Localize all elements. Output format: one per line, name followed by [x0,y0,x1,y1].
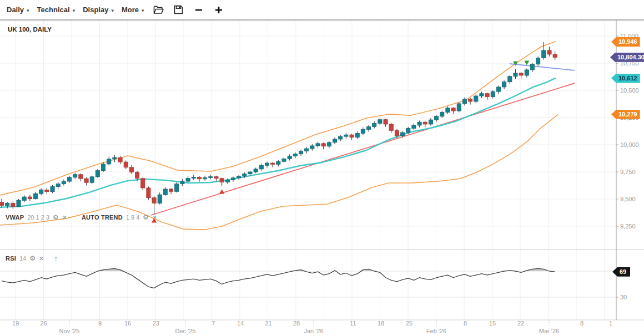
menu-daily-label: Daily [7,6,24,14]
candle-bullish [542,50,546,58]
rsi-overbought-fill [2,268,555,288]
candle-bearish [384,120,388,124]
x-axis-day-label: 8 [580,320,583,327]
candle-bullish [248,172,252,174]
x-axis-day-label: 9 [98,320,102,327]
candle-bullish [67,177,71,181]
candle-bullish [259,165,263,169]
chevron-down-icon: ▾ [111,8,114,13]
save-icon[interactable] [173,4,184,16]
x-axis-day-label: 18 [378,320,384,327]
price-chart-canvas[interactable]: 11,00010,75010,50010,25010,0009,7509,500… [0,0,644,336]
menu-display-label: Display [83,6,108,14]
price-badge-band-lower: 10,279 [611,110,640,119]
price-axis-label: 10,000 [620,141,639,148]
candle-bullish [502,82,506,87]
candle-bearish [79,175,83,179]
candle-bearish [519,73,523,75]
menu-more-label: More [122,6,139,14]
candle-bullish [17,200,21,206]
candle-bullish [305,149,309,151]
candle-bearish [485,94,489,97]
rsi-remove-icon[interactable]: ✕ [39,256,44,262]
buy-signal-triangle-icon [219,189,224,194]
candle-bearish [395,130,399,136]
candle-bearish [321,144,325,146]
candle-bearish [350,135,354,138]
rsi-axis-label: 30 [620,294,627,301]
candle-bullish [276,161,280,164]
candle-bullish [327,142,331,146]
candle-bearish [547,50,551,54]
price-badge-last-price: 10,804.30 [610,53,644,62]
candle-bearish [169,189,173,191]
candle-bullish [288,156,291,159]
candle-bullish [163,189,167,195]
candle-bullish [462,99,466,103]
candle-bearish [197,177,201,179]
zoom-in-icon[interactable] [213,4,224,16]
menu-technical-label: Technical [37,6,70,14]
x-axis-day-label: 1 [609,320,612,327]
candle-bullish [231,178,235,180]
candle-bullish [446,108,450,113]
candle-bullish [339,136,343,139]
sell-signal-triangle-icon [524,60,529,65]
candle-bullish [355,133,359,137]
candle-bullish [39,190,43,194]
x-axis-day-label: 26 [40,320,47,327]
vwap-settings-gear-icon[interactable]: ⚙ [53,214,59,221]
indicator-legend-main: VWAP 20 1 2 3 ⚙ ✕ AUTO TREND 1 9 4 ⚙ ✕ [6,214,157,221]
candle-bullish [282,159,286,161]
x-axis-month-label: Dec '25 [175,328,196,334]
auto-trend-resistance-line [510,64,575,70]
candle-bullish [508,77,512,82]
menu-more[interactable]: More ▾ [122,6,144,14]
x-axis-month-label: Nov '25 [59,328,80,334]
candle-bullish [33,194,37,198]
price-badge-vwap: 10,612 [611,74,640,83]
x-axis-day-label: 7 [212,320,215,327]
candle-bearish [271,163,275,164]
candle-bullish [158,195,162,203]
candle-bullish [186,178,190,181]
menu-daily[interactable]: Daily ▾ [7,6,29,14]
candle-bullish [6,203,9,205]
zoom-out-icon[interactable] [193,4,204,16]
menu-technical[interactable]: Technical ▾ [37,6,76,14]
candle-bullish [113,157,117,159]
candle-bearish [214,177,218,179]
candle-bullish [90,177,94,182]
price-axis-label: 10,500 [620,87,639,94]
candle-bullish [62,181,66,184]
candle-bullish [474,96,478,101]
vwap-remove-icon[interactable]: ✕ [62,215,67,221]
rsi-settings-gear-icon[interactable]: ⚙ [29,255,36,262]
candle-bullish [254,169,258,172]
candle-bullish [192,177,195,178]
candle-bullish [73,175,77,177]
x-axis-day-label: 23 [153,320,159,327]
candle-bearish [553,54,557,57]
indicator-legend-rsi: RSI 14 ⚙ ✕ ↑ [6,254,58,262]
candle-bearish [220,179,224,182]
auto-trend-remove-icon[interactable]: ✕ [152,215,157,221]
x-axis-day-label: 22 [517,320,524,327]
candle-bullish [429,120,432,124]
open-folder-icon[interactable] [153,4,164,16]
candle-bullish [417,122,421,125]
candle-bullish [56,184,60,187]
candle-bullish [51,186,54,191]
candle-bullish [310,146,314,149]
auto-trend-label: AUTO TREND [82,214,123,221]
candle-bullish [95,171,99,177]
candle-bullish [480,94,484,96]
candle-bullish [203,177,207,179]
candle-bullish [373,124,376,127]
candle-bearish [84,179,88,182]
candle-bullish [536,58,540,64]
vwap-params: 20 1 2 3 [27,214,49,221]
auto-trend-settings-gear-icon[interactable]: ⚙ [143,214,149,221]
menu-display[interactable]: Display ▾ [83,6,114,14]
rsi-move-up-arrow-icon[interactable]: ↑ [54,254,58,262]
